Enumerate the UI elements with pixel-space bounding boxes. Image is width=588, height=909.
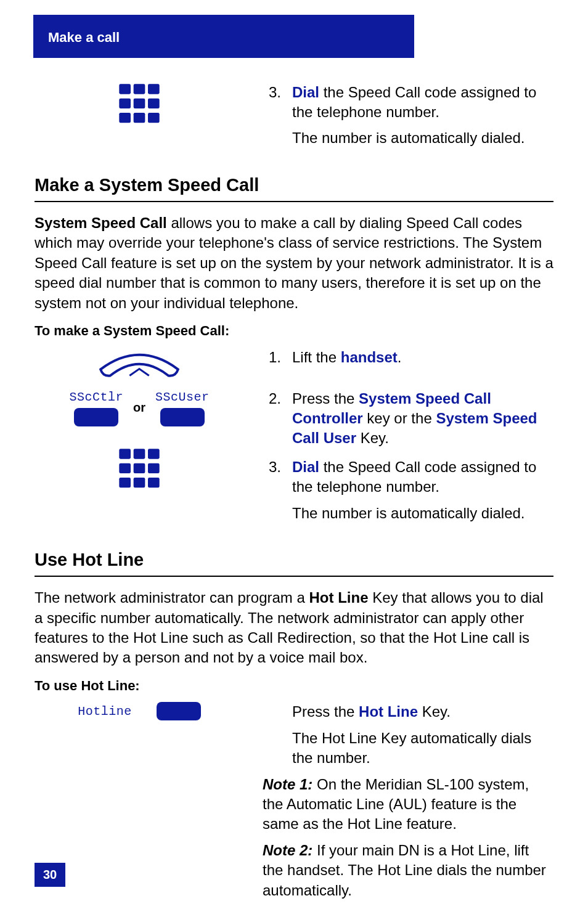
svg-rect-12 — [119, 463, 131, 473]
hotline-to-use-label: To use Hot Line: — [35, 677, 553, 695]
handset-icon — [90, 348, 189, 381]
svg-rect-9 — [119, 449, 131, 459]
svg-rect-14 — [148, 463, 160, 473]
keypad-icon-col — [35, 83, 244, 157]
note-1: Note 1: On the Meridian SL-100 system, t… — [263, 775, 553, 834]
svg-rect-8 — [148, 113, 160, 123]
hotline-intro: The network administrator can program a … — [35, 588, 553, 668]
ssc-user-label: SScUser — [155, 389, 210, 406]
note-2-label: Note 2: — [263, 842, 312, 858]
svg-rect-4 — [134, 98, 145, 108]
step-number: 3. — [263, 457, 281, 523]
svg-rect-0 — [119, 84, 131, 94]
heading-system-speed-call: Make a System Speed Call — [35, 173, 553, 202]
svg-rect-7 — [134, 113, 145, 123]
svg-rect-15 — [119, 478, 131, 487]
svg-rect-11 — [148, 449, 160, 459]
hotline-intro-pre: The network administrator can program a — [35, 589, 309, 606]
hotline-step-pre: Press the — [292, 703, 359, 720]
system-intro-bold: System Speed Call — [35, 214, 167, 231]
step-item: 3. Dial the Speed Call code assigned to … — [263, 83, 553, 149]
page-number: 30 — [35, 863, 65, 887]
step-subtext: The number is automatically dialed. — [292, 503, 553, 523]
svg-rect-13 — [134, 463, 145, 473]
svg-rect-16 — [134, 478, 145, 487]
hotline-sub: The Hot Line Key automatically dials the… — [292, 728, 553, 768]
step-subtext: The number is automatically dialed. — [292, 128, 553, 148]
header-tab: Make a call — [33, 15, 414, 58]
step-number: 3. — [263, 83, 281, 149]
ssc-ctlr-label: SScCtlr — [69, 389, 123, 406]
svg-rect-3 — [119, 98, 131, 108]
or-label: or — [133, 399, 145, 416]
system-intro: System Speed Call allows you to make a c… — [35, 213, 553, 313]
svg-rect-1 — [134, 84, 145, 94]
step-text-pre: Lift the — [292, 349, 341, 365]
svg-rect-2 — [148, 84, 160, 94]
step-text-pre: Press the — [292, 390, 359, 407]
step-text-post: . — [398, 349, 402, 365]
heading-hot-line: Use Hot Line — [35, 548, 553, 577]
system-to-make-label: To make a System Speed Call: — [35, 322, 553, 340]
keypad-icon — [118, 83, 161, 126]
svg-rect-6 — [119, 113, 131, 123]
step-text: the Speed Call code assigned to the tele… — [292, 459, 536, 495]
handset-word: handset — [341, 349, 398, 365]
ssc-ctlr-key[interactable] — [74, 408, 118, 426]
dial-word: Dial — [292, 84, 319, 100]
hotline-step: Press the Hot Line Key. — [292, 702, 553, 722]
step-item: 1. Lift the handset. — [263, 348, 553, 367]
dial-word: Dial — [292, 459, 319, 475]
note-1-label: Note 1: — [263, 776, 312, 793]
svg-rect-17 — [148, 478, 160, 487]
page-header: Make a call — [33, 15, 553, 58]
hot-line-word: Hot Line — [359, 703, 418, 720]
step-item: 2. Press the System Speed Call Controlle… — [263, 389, 553, 449]
step-text: the Speed Call code assigned to the tele… — [292, 84, 536, 120]
step-text-mid: key or the — [363, 410, 436, 426]
svg-rect-10 — [134, 449, 145, 459]
step-text-post: Key. — [356, 430, 389, 446]
step-number: 2. — [263, 389, 281, 449]
step-item: 3. Dial the Speed Call code assigned to … — [263, 457, 553, 523]
hotline-intro-bold: Hot Line — [309, 589, 369, 606]
svg-rect-5 — [148, 98, 160, 108]
ssc-user-key[interactable] — [160, 408, 205, 426]
hotline-key-label: Hotline — [78, 703, 132, 720]
keypad-icon — [118, 447, 161, 491]
soft-key-group: SScCtlr or SScUser — [69, 389, 209, 426]
hotline-step-post: Key. — [418, 703, 451, 720]
step-number: 1. — [263, 348, 281, 367]
note-2: Note 2: If your main DN is a Hot Line, l… — [263, 841, 553, 900]
hotline-key[interactable] — [157, 702, 201, 720]
